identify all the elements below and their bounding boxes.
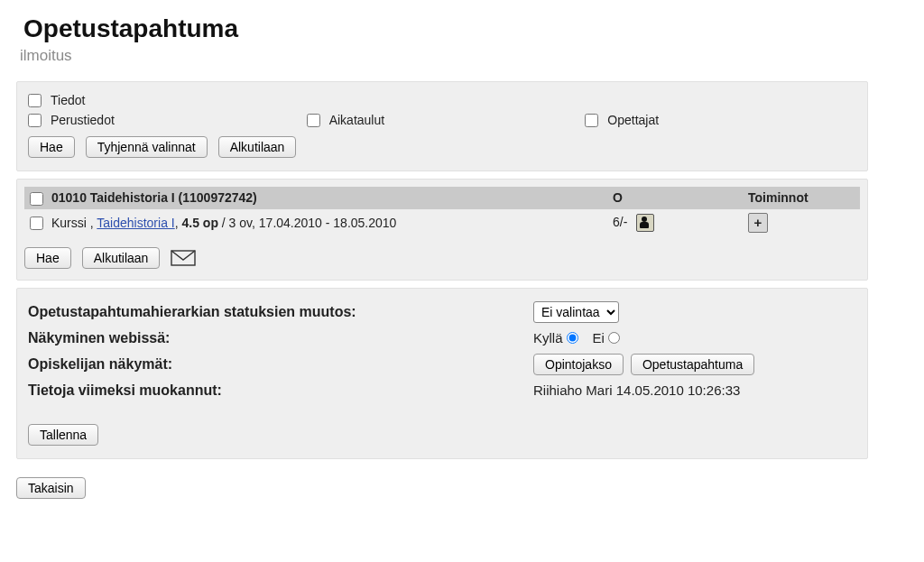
tiedot-checkbox[interactable] <box>28 94 42 107</box>
course-col2-text: 6/- <box>613 215 627 229</box>
course-row-checkbox[interactable] <box>30 217 43 230</box>
course-header-row: 01010 Taidehistoria I (1100972742) O Toi… <box>24 187 860 209</box>
plus-icon[interactable]: + <box>748 213 768 233</box>
course-link[interactable]: Taidehistoria I <box>97 216 174 230</box>
alkutilaan-button[interactable]: Alkutilaan <box>218 136 297 158</box>
tyhjenna-valinnat-button[interactable]: Tyhjennä valinnat <box>86 136 208 158</box>
page-title: Opetustapahtuma <box>23 14 868 43</box>
course-rest: / 3 ov, 17.04.2010 - 18.05.2010 <box>218 216 396 230</box>
last-edited-value: Riihiaho Mari 14.05.2010 10:26:33 <box>533 382 740 398</box>
web-visibility-no-radio[interactable] <box>608 332 620 344</box>
course-header-checkbox[interactable] <box>30 192 43 206</box>
filters-panel: Tiedot Perustiedot Aikataulut Opettajat … <box>16 81 868 171</box>
course-row-desc: Kurssi , Taidehistoria I, 4.5 op / 3 ov,… <box>46 209 607 236</box>
opetustapahtuma-button[interactable]: Opetustapahtuma <box>631 354 754 375</box>
perustiedot-label: Perustiedot <box>51 113 115 127</box>
web-visibility-yes-label: Kyllä <box>533 330 563 345</box>
status-panel: Opetustapahtumahierarkian statuksien muu… <box>16 288 868 459</box>
tallenna-button[interactable]: Tallenna <box>28 424 98 446</box>
mail-icon[interactable] <box>171 249 196 267</box>
last-edited-label: Tietoja viimeksi muokannut: <box>28 382 533 399</box>
aikataulut-label: Aikataulut <box>329 113 384 127</box>
opettajat-checkbox[interactable] <box>585 114 598 127</box>
hae-button[interactable]: Hae <box>28 136 75 158</box>
web-visibility-yes-radio[interactable] <box>567 332 578 344</box>
course-panel: 01010 Taidehistoria I (1100972742) O Toi… <box>16 179 868 281</box>
hierarchy-status-select[interactable]: Ei valintaa <box>533 301 619 323</box>
takaisin-button[interactable]: Takaisin <box>16 477 86 499</box>
course-row-col2: 6/- <box>607 209 743 236</box>
course-header-col2: O <box>607 187 743 209</box>
course-hae-button[interactable]: Hae <box>24 247 71 269</box>
perustiedot-checkbox[interactable] <box>28 114 42 127</box>
opintojakso-button[interactable]: Opintojakso <box>533 354 624 375</box>
course-prefix: Kurssi , <box>51 216 97 230</box>
person-icon[interactable] <box>636 214 654 232</box>
course-row: Kurssi , Taidehistoria I, 4.5 op / 3 ov,… <box>24 209 860 236</box>
course-header-title: 01010 Taidehistoria I (1100972742) <box>46 187 607 209</box>
web-visibility-label: Näkyminen webissä: <box>28 330 533 346</box>
aikataulut-checkbox[interactable] <box>307 114 320 127</box>
student-views-label: Opiskelijan näkymät: <box>28 356 533 373</box>
page-subtitle: ilmoitus <box>20 47 868 65</box>
hierarchy-status-label: Opetustapahtumahierarkian statuksien muu… <box>28 304 533 320</box>
course-header-col3: Toiminnot <box>743 187 860 209</box>
course-alkutilaan-button[interactable]: Alkutilaan <box>82 247 161 269</box>
course-table: 01010 Taidehistoria I (1100972742) O Toi… <box>24 187 860 236</box>
opettajat-label: Opettajat <box>607 113 659 127</box>
tiedot-label: Tiedot <box>51 93 85 107</box>
course-op: 4.5 op <box>181 216 217 230</box>
web-visibility-no-label: Ei <box>593 330 605 345</box>
